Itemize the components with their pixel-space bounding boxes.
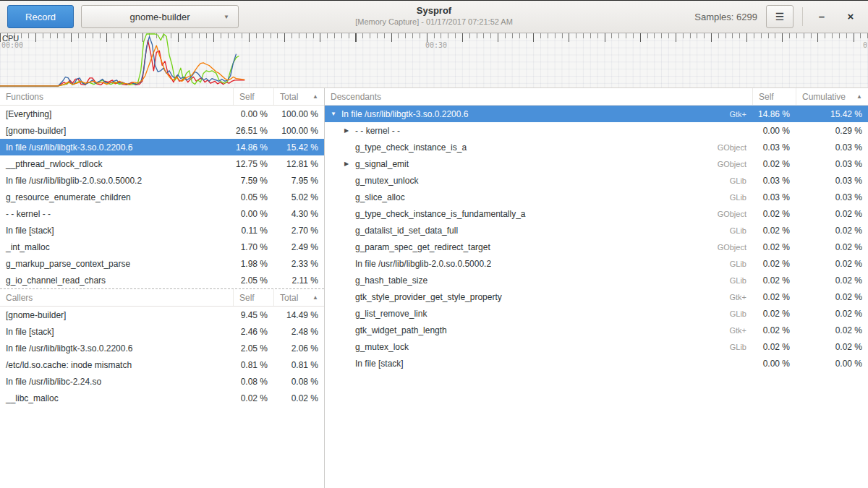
table-row[interactable]: __libc_malloc0.02 %0.02 % [0,390,324,406]
table-row[interactable]: [gnome-builder]26.51 %100.00 % [0,122,324,139]
header-separator [802,7,803,26]
table-row[interactable]: gtk_widget_path_lengthGtk+0.02 %0.02 % [325,322,868,338]
total-percent: 0.81 % [273,360,324,370]
main-area: Functions Self Total ▲ [Everything]0.00 … [0,88,868,488]
table-row[interactable]: _int_malloc1.70 %2.49 % [0,239,324,255]
self-percent: 1.70 % [233,242,273,252]
total-column-header[interactable]: Total ▲ [273,88,324,105]
record-button[interactable]: Record [7,5,74,28]
cumulative-percent: 15.42 % [796,109,868,119]
process-selector-dropdown[interactable]: gnome-builder ▼ [81,5,239,28]
capture-subtitle: [Memory Capture] - 01/17/2017 07:21:52 A… [355,17,513,26]
table-row[interactable]: g_type_check_instance_is_fundamentally_a… [325,205,868,222]
table-row[interactable]: g_param_spec_get_redirect_targetGObject0… [325,239,868,255]
functions-table-body: [Everything]0.00 %100.00 %[gnome-builder… [0,106,324,288]
table-row[interactable]: g_io_channel_read_chars2.05 %2.11 % [0,272,324,288]
table-row[interactable]: gtk_style_provider_get_style_propertyGtk… [325,288,868,305]
self-percent: 0.02 % [752,209,796,219]
callers-column-header[interactable]: Callers [0,289,233,306]
descendant-name: gtk_style_provider_get_style_propertyGtk… [325,292,752,302]
table-row[interactable]: [Everything]0.00 %100.00 % [0,106,324,122]
table-row[interactable]: In file [stack]0.11 %2.70 % [0,222,324,239]
self-percent: 0.03 % [752,176,796,186]
table-row[interactable]: ▶g_signal_emitGObject0.02 %0.03 % [325,155,868,172]
cumulative-percent: 0.02 % [796,242,868,252]
table-row[interactable]: [gnome-builder]9.45 %14.49 % [0,307,324,323]
table-row[interactable]: g_mutex_unlockGLib0.03 %0.03 % [325,172,868,189]
table-row[interactable]: g_type_check_instance_is_aGObject0.03 %0… [325,139,868,155]
table-row[interactable]: g_mutex_lockGLib0.02 %0.02 % [325,338,868,355]
self-percent: 0.02 % [752,292,796,302]
table-row[interactable]: In file /usr/lib/libgtk-3.so.0.2200.62.0… [0,340,324,356]
descendant-name: g_type_check_instance_is_aGObject [325,142,752,153]
self-column-header[interactable]: Self [233,289,273,306]
descendant-name-label: g_type_check_instance_is_fundamentally_a [355,209,526,219]
cumulative-column-header[interactable]: Cumulative ▲ [796,88,868,105]
function-name-label: - - kernel - - [6,209,51,219]
function-name: __libc_malloc [0,393,233,403]
table-row[interactable]: g_hash_table_sizeGLib0.02 %0.02 % [325,272,868,288]
cpu-graph[interactable]: CPU 00:0000:3001:00 [0,33,868,88]
table-row[interactable]: In file /usr/lib/libglib-2.0.so.0.5000.2… [325,255,868,272]
expander-closed-icon[interactable]: ▶ [344,127,355,134]
table-row[interactable]: __pthread_rwlock_rdlock12.75 %12.81 % [0,155,324,172]
total-percent: 100.00 % [273,126,324,136]
total-column-header[interactable]: Total ▲ [273,289,324,306]
total-percent: 0.02 % [273,393,324,403]
function-name: [gnome-builder] [0,310,233,320]
cumulative-percent: 0.02 % [796,226,868,236]
self-percent: 0.00 % [233,209,273,219]
functions-column-header[interactable]: Functions [0,88,233,105]
menu-button[interactable]: ☰ [766,5,793,28]
cumulative-percent: 0.02 % [796,209,868,219]
self-percent: 0.81 % [233,360,273,370]
self-percent: 2.05 % [233,343,273,354]
table-row[interactable]: g_list_remove_linkGLib0.02 %0.02 % [325,305,868,322]
total-percent: 2.48 % [273,327,324,337]
function-name-label: In file /usr/lib/libgtk-3.so.0.2200.6 [6,343,132,354]
function-name-label: [gnome-builder] [6,126,66,136]
table-row[interactable]: g_resource_enumerate_children0.05 %5.02 … [0,189,324,205]
minimize-button[interactable]: – [812,7,832,26]
library-tag: GLib [723,276,746,285]
table-row[interactable]: ▶- - kernel - -0.00 %0.29 % [325,122,868,139]
expander-open-icon[interactable]: ▼ [331,111,341,117]
table-row[interactable]: g_datalist_id_set_data_fullGLib0.02 %0.0… [325,222,868,239]
function-name-label: g_resource_enumerate_children [6,192,131,202]
function-name-label: In file /usr/lib/libc-2.24.so [6,377,101,387]
cumulative-column-label: Cumulative [802,92,846,102]
descendant-name: In file [stack] [325,359,752,369]
timeline-label: 01:00 [863,41,868,49]
close-button[interactable]: × [841,7,861,26]
table-row[interactable]: In file /usr/lib/libglib-2.0.so.0.5000.2… [0,172,324,189]
table-row[interactable]: ▼In file /usr/lib/libgtk-3.so.0.2200.6Gt… [325,106,868,122]
table-row[interactable]: In file [stack]2.46 %2.48 % [0,323,324,340]
callers-table-body: [gnome-builder]9.45 %14.49 %In file [sta… [0,307,324,406]
self-percent: 0.00 % [233,109,273,119]
descendant-name: g_type_check_instance_is_fundamentally_a… [325,209,752,219]
total-percent: 15.42 % [273,142,324,153]
self-column-header[interactable]: Self [233,88,273,105]
descendants-table-header: Descendants Self Cumulative ▲ [325,88,868,106]
function-name: In file [stack] [0,226,233,236]
expander-closed-icon[interactable]: ▶ [344,160,355,167]
descendants-column-header[interactable]: Descendants [325,88,752,105]
function-name: [Everything] [0,109,233,119]
function-name-label: [Everything] [6,109,51,119]
table-row[interactable]: - - kernel - -0.00 %4.30 % [0,205,324,222]
descendant-name-label: g_param_spec_get_redirect_target [355,242,490,252]
function-name-label: __pthread_rwlock_rdlock [6,159,102,169]
table-row[interactable]: g_markup_parse_context_parse1.98 %2.33 % [0,255,324,272]
cpu-line-cpu0 [0,40,244,86]
table-row[interactable]: In file [stack]0.00 %0.00 % [325,355,868,372]
table-row[interactable]: In file /usr/lib/libgtk-3.so.0.2200.614.… [0,139,324,155]
table-row[interactable]: g_slice_allocGLib0.03 %0.03 % [325,189,868,205]
library-tag: GLib [723,309,746,318]
self-column-header[interactable]: Self [752,88,796,105]
cumulative-percent: 0.03 % [796,159,868,169]
hamburger-icon: ☰ [775,11,785,22]
function-name-label: [gnome-builder] [6,310,66,320]
descendant-name-label: g_type_check_instance_is_a [355,142,467,153]
table-row[interactable]: In file /usr/lib/libc-2.24.so0.08 %0.08 … [0,373,324,390]
table-row[interactable]: /etc/ld.so.cache: inode mismatch0.81 %0.… [0,356,324,373]
